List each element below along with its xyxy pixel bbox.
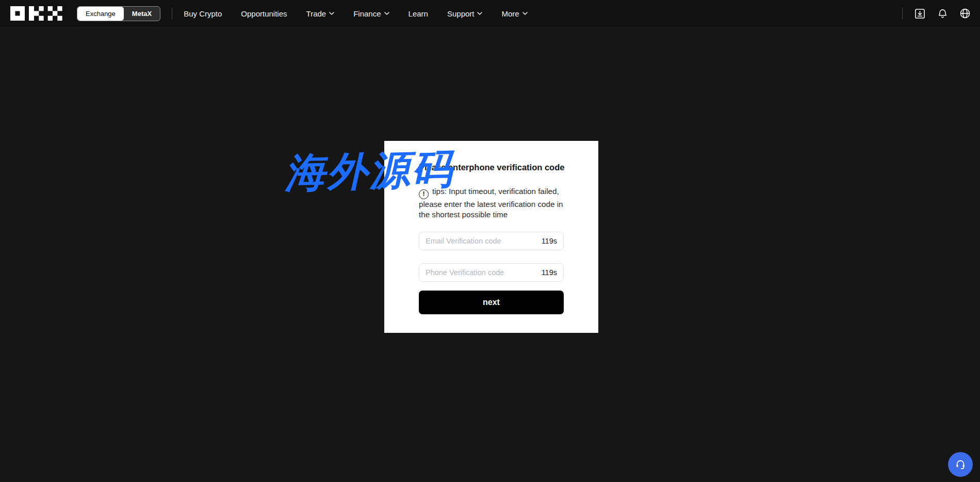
exchange-metax-toggle: Exchange MetaX <box>77 6 160 21</box>
email-code-timer: 119s <box>542 237 557 245</box>
support-chat-button[interactable] <box>948 452 973 477</box>
download-icon[interactable] <box>914 8 925 19</box>
nav-finance[interactable]: Finance <box>353 9 389 18</box>
nav-trade[interactable]: Trade <box>306 9 335 18</box>
main-nav: Buy Crypto Opportunities Trade Finance L… <box>184 9 528 18</box>
chevron-down-icon <box>522 12 528 15</box>
next-button[interactable]: next <box>419 291 564 314</box>
verification-modal: Please enterphone verification code !tip… <box>384 141 598 333</box>
globe-icon[interactable] <box>959 8 971 19</box>
nav-learn[interactable]: Learn <box>409 9 428 18</box>
phone-code-field: 119s <box>419 263 564 282</box>
chevron-down-icon <box>384 12 389 15</box>
chevron-down-icon <box>477 12 482 15</box>
bell-icon[interactable] <box>937 8 948 19</box>
nav-opportunities[interactable]: Opportunities <box>241 9 287 18</box>
tips-message: !tips: Input timeout, verification faile… <box>419 186 564 219</box>
phone-code-timer: 119s <box>542 268 557 277</box>
chevron-down-icon <box>329 12 334 15</box>
headset-icon <box>955 459 966 470</box>
nav-buy-crypto[interactable]: Buy Crypto <box>184 9 222 18</box>
warning-icon: ! <box>419 189 429 199</box>
toggle-exchange[interactable]: Exchange <box>77 7 124 21</box>
okx-logo[interactable] <box>10 6 62 21</box>
modal-title: Please enterphone verification code <box>419 163 564 172</box>
header-divider <box>172 8 172 19</box>
tips-text: tips: Input timeout, verification failed… <box>419 187 563 219</box>
email-code-field: 119s <box>419 232 564 250</box>
header-divider <box>902 8 903 19</box>
toggle-metax[interactable]: MetaX <box>124 7 160 21</box>
nav-support[interactable]: Support <box>447 9 483 18</box>
nav-more[interactable]: More <box>501 9 527 18</box>
top-navbar: Exchange MetaX Buy Crypto Opportunities … <box>0 0 980 27</box>
header-actions <box>891 8 971 19</box>
